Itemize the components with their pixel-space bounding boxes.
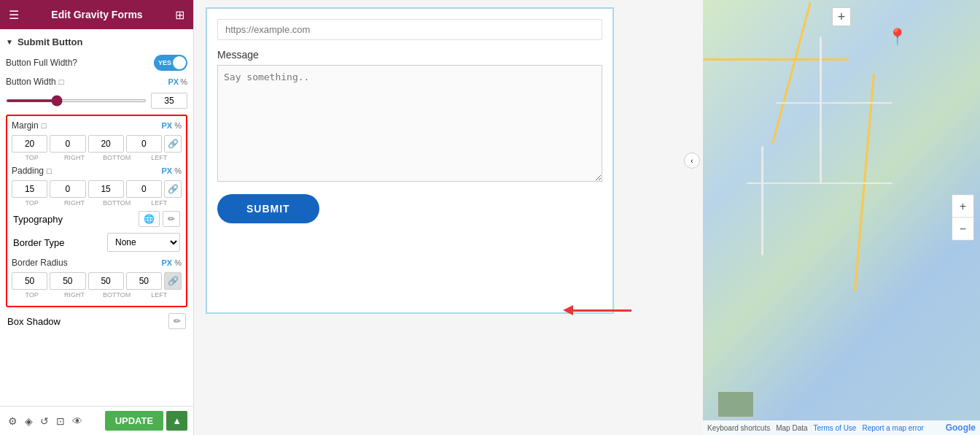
button-width-slider[interactable] [6,99,147,102]
border-radius-px-unit[interactable]: PX [162,258,173,267]
settings-icon[interactable]: ⚙ [6,413,20,429]
padding-left-input[interactable] [126,180,162,198]
map-add-btn[interactable]: + [832,7,851,26]
border-radius-bottom-input[interactable] [88,272,124,290]
top-bar: ☰ Edit Gravity Forms ⊞ [0,0,193,29]
zoom-in-btn[interactable]: + [952,196,973,218]
submit-button[interactable]: SUBMIT [217,194,319,223]
map-labels: Keyboard shortcuts Map Data Terms of Use… [703,420,980,435]
margin-device-icon: □ [42,121,47,130]
padding-label-row: Padding □ PX % [12,166,182,176]
button-width-units: PX % [168,77,187,86]
section-label: Submit Button [18,36,83,47]
panel-content: ▼ Submit Button Button Full Width? YES B… [0,29,193,406]
padding-inputs: 🔗 [12,180,182,198]
submit-button-section[interactable]: ▼ Submit Button [6,36,187,47]
typography-row: Typography 🌐 ✏ [12,211,182,227]
border-radius-right-input[interactable] [50,272,85,290]
arrow-line [573,309,631,312]
padding-right-input[interactable] [50,180,85,198]
button-full-width-toggle[interactable]: YES [154,55,187,71]
border-radius-pct-unit[interactable]: % [174,258,182,267]
margin-px-unit[interactable]: PX [162,121,173,130]
margin-left-input[interactable] [126,135,162,153]
padding-link-btn[interactable]: 🔗 [164,180,182,198]
toggle-yes-label: YES [158,59,171,66]
page-title: Edit Gravity Forms [51,9,142,20]
history-icon[interactable]: ↺ [38,413,51,429]
url-input[interactable] [217,19,602,40]
padding-bottom-input[interactable] [88,180,124,198]
px-unit[interactable]: PX [168,77,179,86]
border-radius-left-label: LEFT [139,291,179,299]
preview-icon[interactable]: 👁 [70,413,85,429]
border-type-label: Border Type [13,237,65,248]
form-container: Message SUBMIT [206,7,614,314]
highlight-box: Margin □ PX % 🔗 TOP RIGHT BOTTOM LEFT [6,115,187,307]
border-radius-label: Border Radius [12,258,68,268]
toggle-knob [173,56,186,69]
google-logo: Google [946,423,976,433]
margin-top-label: TOP [12,154,52,161]
layers-icon[interactable]: ◈ [23,413,35,429]
typography-edit-btn[interactable]: ✏ [163,211,180,227]
typography-label: Typography [13,214,63,225]
update-button[interactable]: UPDATE [105,411,163,431]
border-radius-top-label: TOP [12,291,52,299]
padding-label: Padding [12,166,44,176]
button-width-label: Button Width □ [6,77,63,87]
border-type-select[interactable]: None Solid Dashed Dotted Double [107,233,180,252]
padding-px-unit[interactable]: PX [162,166,173,175]
hamburger-icon[interactable]: ☰ [9,8,19,22]
button-width-device-icon: □ [59,77,64,86]
pct-unit[interactable]: % [180,77,187,86]
margin-input-labels: TOP RIGHT BOTTOM LEFT [12,154,182,161]
grid-icon[interactable]: ⊞ [175,8,184,22]
keyboard-shortcuts-label: Keyboard shortcuts [707,424,770,432]
map-background: 📍 + + − Keyboard shortcuts Map Data Term… [703,0,980,435]
margin-bottom-label: BOTTOM [97,154,137,161]
left-panel: ☰ Edit Gravity Forms ⊞ ▼ Submit Button B… [0,0,194,435]
message-label: Message [217,49,602,61]
border-radius-inputs: 🔗 [12,272,182,290]
padding-pct-unit[interactable]: % [174,166,182,175]
arrow-indicator [563,305,631,315]
button-width-row: Button Width □ PX % [6,77,187,87]
map-zoom-controls: + − [952,195,974,241]
typography-globe-btn[interactable]: 🌐 [139,211,160,227]
border-radius-input-labels: TOP RIGHT BOTTOM LEFT [12,291,182,299]
border-radius-link-btn[interactable]: 🔗 [164,272,182,290]
padding-device-icon: □ [47,166,52,175]
margin-label: Margin [12,120,39,131]
box-shadow-edit-btn[interactable]: ✏ [168,313,186,329]
margin-right-input[interactable] [50,135,85,153]
border-radius-top-input[interactable] [12,272,47,290]
margin-bottom-input[interactable] [88,135,124,153]
border-radius-right-label: RIGHT [54,291,94,299]
box-shadow-label: Box Shadow [7,316,61,327]
button-full-width-label: Button Full Width? [6,58,77,68]
padding-input-labels: TOP RIGHT BOTTOM LEFT [12,199,182,207]
map-thumbnail [718,391,754,417]
collapse-panel-btn[interactable]: ‹ [684,153,700,169]
terms-of-use-label[interactable]: Terms of Use [814,424,857,432]
update-arrow-button[interactable]: ▲ [166,411,187,431]
zoom-out-btn[interactable]: − [952,218,973,240]
border-radius-bottom-label: BOTTOM [97,291,137,299]
margin-top-input[interactable] [12,135,47,153]
message-textarea[interactable] [217,65,602,182]
margin-link-btn[interactable]: 🔗 [164,135,182,153]
margin-pct-unit[interactable]: % [174,121,182,130]
main-content: Message SUBMIT ‹ [194,0,703,435]
border-radius-label-row: Border Radius PX % [12,258,182,268]
padding-top-input[interactable] [12,180,47,198]
report-map-error-label[interactable]: Report a map error [862,424,923,432]
map-pin: 📍 [887,28,907,47]
border-radius-left-input[interactable] [126,272,162,290]
padding-bottom-label: BOTTOM [97,199,137,207]
margin-inputs: 🔗 [12,135,182,153]
border-type-row: Border Type None Solid Dashed Dotted Dou… [12,233,182,252]
responsive-icon[interactable]: ⊡ [54,413,67,429]
bottom-bar: ⚙ ◈ ↺ ⊡ 👁 UPDATE ▲ [0,406,193,435]
button-width-input[interactable]: 35 [151,93,187,109]
